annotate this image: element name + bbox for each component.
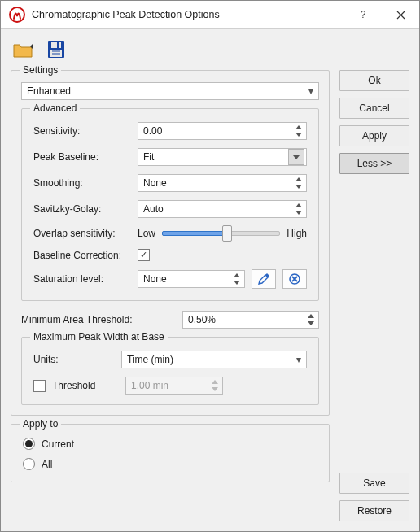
threshold-input: 1.00 min bbox=[125, 377, 223, 395]
min-area-threshold-input[interactable]: 0.50% bbox=[182, 311, 319, 329]
apply-to-current-label: Current bbox=[42, 438, 74, 450]
dialog-body: Settings Enhanced ▾ Advanced Sensitivity… bbox=[1, 29, 419, 531]
advanced-group: Advanced Sensitivity: 0.00 bbox=[21, 108, 319, 301]
ok-button[interactable]: Ok bbox=[339, 70, 409, 91]
main-columns: Settings Enhanced ▾ Advanced Sensitivity… bbox=[11, 70, 409, 521]
spacer bbox=[339, 181, 409, 466]
baseline-correction-row: Baseline Correction: ✓ bbox=[33, 249, 307, 261]
reset-saturation-button[interactable] bbox=[282, 269, 307, 289]
max-peak-width-group: Maximum Peak Width at Base Units: Time (… bbox=[21, 337, 319, 405]
units-row: Units: Time (min) ▾ bbox=[33, 351, 307, 368]
sensitivity-input[interactable]: 0.00 bbox=[138, 122, 307, 140]
left-column: Settings Enhanced ▾ Advanced Sensitivity… bbox=[11, 70, 330, 521]
advanced-legend: Advanced bbox=[30, 102, 80, 114]
preset-select[interactable]: Enhanced ▾ bbox=[21, 82, 319, 100]
savitzky-golay-row: Savitzky-Golay: Auto bbox=[33, 200, 307, 218]
chevron-up-icon[interactable] bbox=[293, 124, 304, 131]
baseline-correction-checkbox[interactable]: ✓ bbox=[138, 249, 150, 261]
checkmark-icon: ✓ bbox=[138, 250, 149, 260]
smoothing-row: Smoothing: None bbox=[33, 174, 307, 192]
threshold-label: Threshold bbox=[52, 380, 119, 391]
min-area-threshold-label: Minimum Area Threshold: bbox=[21, 314, 176, 325]
radio-dot bbox=[25, 440, 33, 447]
smoothing-label: Smoothing: bbox=[33, 177, 131, 189]
chevron-down-icon[interactable] bbox=[293, 131, 304, 138]
smoothing-spinner[interactable] bbox=[293, 176, 304, 190]
right-button-column: Ok Cancel Apply Less >> Save Restore bbox=[339, 70, 409, 521]
eyedropper-button[interactable] bbox=[252, 269, 276, 289]
min-area-spinner[interactable] bbox=[305, 312, 317, 327]
svg-rect-3 bbox=[51, 42, 61, 48]
apply-to-current-radio[interactable] bbox=[23, 438, 35, 450]
apply-to-all-radio[interactable] bbox=[23, 458, 35, 470]
apply-to-all-label: All bbox=[42, 459, 52, 470]
chevron-down-icon bbox=[209, 386, 221, 393]
slider-fill bbox=[162, 231, 229, 236]
saturation-spinner[interactable] bbox=[231, 272, 243, 286]
peak-baseline-value: Fit bbox=[143, 151, 154, 163]
chevron-down-icon[interactable] bbox=[293, 183, 304, 190]
settings-legend: Settings bbox=[20, 64, 61, 76]
chevron-up-icon[interactable] bbox=[293, 202, 304, 209]
chevron-down-icon[interactable] bbox=[231, 279, 243, 286]
overlap-high-label: High bbox=[287, 228, 307, 239]
apply-to-current-row[interactable]: Current bbox=[23, 438, 319, 450]
apply-to-legend: Apply to bbox=[20, 418, 61, 430]
help-button[interactable]: ? bbox=[344, 1, 382, 28]
save-button[interactable] bbox=[45, 39, 68, 60]
overlap-sensitivity-row: Overlap sensitivity: Low High bbox=[33, 226, 307, 241]
chevron-up-icon bbox=[209, 378, 221, 386]
min-area-threshold-row: Minimum Area Threshold: 0.50% bbox=[21, 311, 319, 329]
min-area-threshold-value: 0.50% bbox=[188, 314, 216, 325]
peak-baseline-row: Peak Baseline: Fit bbox=[33, 148, 307, 166]
threshold-spinner bbox=[209, 378, 221, 393]
units-label: Units: bbox=[33, 354, 115, 365]
chevron-up-icon[interactable] bbox=[293, 176, 304, 183]
smoothing-input[interactable]: None bbox=[138, 174, 307, 192]
chevron-down-icon[interactable] bbox=[305, 320, 317, 327]
svg-text:?: ? bbox=[361, 10, 366, 20]
save-preset-button[interactable]: Save bbox=[339, 473, 409, 494]
chevron-down-icon[interactable] bbox=[288, 149, 304, 165]
chevron-up-icon[interactable] bbox=[231, 272, 243, 279]
savitzky-golay-label: Savitzky-Golay: bbox=[33, 203, 131, 215]
slider-thumb[interactable] bbox=[222, 225, 232, 242]
chevron-down-icon: ▾ bbox=[296, 354, 301, 365]
units-select[interactable]: Time (min) ▾ bbox=[121, 351, 307, 368]
savitzky-golay-spinner[interactable] bbox=[293, 202, 304, 216]
svg-rect-4 bbox=[57, 42, 59, 48]
apply-to-all-row[interactable]: All bbox=[23, 458, 319, 470]
overlap-sensitivity-slider[interactable] bbox=[162, 226, 280, 241]
dialog-window: Chromatographic Peak Detection Options ?… bbox=[0, 0, 420, 532]
toolbar bbox=[11, 37, 409, 70]
saturation-level-row: Saturation level: None bbox=[33, 269, 307, 289]
apply-button[interactable]: Apply bbox=[339, 125, 409, 146]
dialog-title: Chromatographic Peak Detection Options bbox=[32, 9, 344, 20]
saturation-level-label: Saturation level: bbox=[33, 273, 131, 285]
max-peak-width-legend: Maximum Peak Width at Base bbox=[30, 331, 168, 342]
sensitivity-spinner[interactable] bbox=[293, 124, 304, 138]
threshold-checkbox[interactable] bbox=[33, 380, 46, 392]
savitzky-golay-value: Auto bbox=[143, 203, 164, 215]
chevron-down-icon: ▾ bbox=[308, 85, 313, 97]
units-value: Time (min) bbox=[127, 354, 173, 365]
open-folder-button[interactable] bbox=[12, 39, 35, 60]
threshold-value: 1.00 min bbox=[131, 380, 168, 391]
sensitivity-row: Sensitivity: 0.00 bbox=[33, 122, 307, 140]
settings-group: Settings Enhanced ▾ Advanced Sensitivity… bbox=[11, 70, 330, 416]
less-button[interactable]: Less >> bbox=[339, 153, 409, 174]
sensitivity-label: Sensitivity: bbox=[33, 125, 131, 137]
close-button[interactable] bbox=[382, 1, 419, 28]
overlap-low-label: Low bbox=[138, 228, 155, 239]
saturation-level-input[interactable]: None bbox=[138, 270, 245, 288]
smoothing-value: None bbox=[143, 177, 167, 189]
peak-baseline-select[interactable]: Fit bbox=[138, 148, 307, 166]
savitzky-golay-input[interactable]: Auto bbox=[138, 200, 307, 218]
titlebar: Chromatographic Peak Detection Options ? bbox=[1, 1, 419, 29]
restore-button[interactable]: Restore bbox=[339, 500, 409, 521]
chevron-up-icon[interactable] bbox=[305, 312, 317, 320]
threshold-row: Threshold 1.00 min bbox=[33, 377, 307, 395]
cancel-button[interactable]: Cancel bbox=[339, 98, 409, 119]
chevron-down-icon[interactable] bbox=[293, 209, 304, 216]
sensitivity-value: 0.00 bbox=[143, 125, 162, 137]
